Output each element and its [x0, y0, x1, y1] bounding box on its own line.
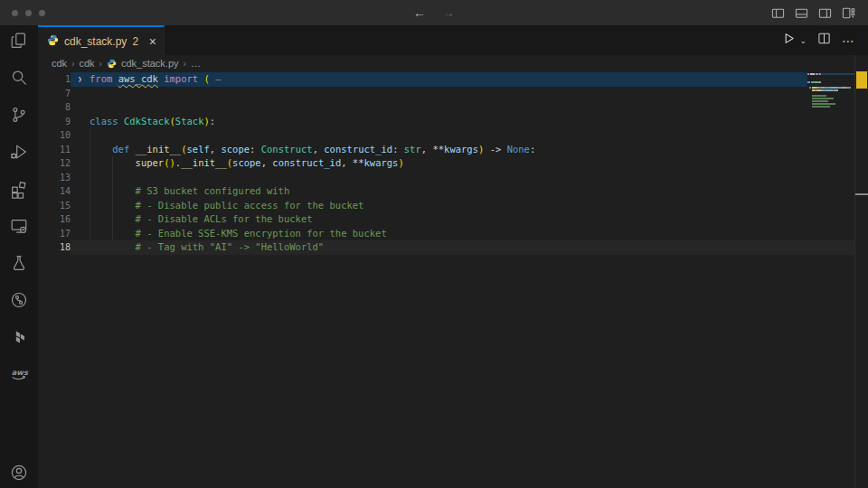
fold-gutter: [71, 240, 90, 255]
fold-chevron-icon[interactable]: ❯: [71, 72, 90, 87]
svg-text:aws: aws: [12, 368, 29, 377]
breadcrumb-separator: ›: [184, 59, 186, 69]
fold-gutter: [71, 128, 90, 143]
breadcrumb-item[interactable]: cdk: [52, 58, 67, 69]
tab-bar: cdk_stack.py 2 × ⌄ ⋯: [38, 25, 868, 55]
code-line-14[interactable]: 14 # S3 bucket configured with: [38, 184, 868, 199]
minimap-line: [807, 95, 855, 97]
code-line-18[interactable]: 18 # - Tag with "AI" -> "HelloWorld": [38, 240, 868, 255]
nav-forward-button[interactable]: →: [442, 0, 455, 25]
line-number: 7: [38, 87, 71, 101]
sidebar-item-terraform[interactable]: [8, 329, 30, 349]
code-line-10[interactable]: 10: [38, 128, 868, 143]
minimap-line: [807, 73, 855, 75]
overview-ruler-marker: [855, 193, 868, 195]
line-number: 18: [38, 240, 71, 255]
code-text: def __init__(self, scope: Construct, con…: [90, 143, 535, 157]
fold-gutter: [71, 199, 90, 213]
code-line-8[interactable]: 8: [38, 100, 868, 115]
minimap-line: [807, 103, 855, 105]
line-number: 8: [38, 100, 71, 115]
run-dropdown-chevron[interactable]: ⌄: [799, 36, 807, 45]
sidebar-item-testing[interactable]: [8, 255, 30, 275]
sidebar-item-run-debug[interactable]: [8, 144, 30, 164]
breadcrumb-item[interactable]: …: [191, 58, 201, 69]
code-line-17[interactable]: 17 # - Enable SSE-KMS encryption for the…: [38, 227, 868, 241]
line-number: 14: [38, 184, 71, 199]
fold-gutter: [71, 227, 90, 241]
layout-sidebar-left-icon[interactable]: [771, 6, 785, 20]
code-text: # - Tag with "AI" -> "HelloWorld": [90, 240, 324, 255]
minimap[interactable]: [807, 73, 855, 108]
code-line-16[interactable]: 16 # - Disable ACLs for the bucket: [38, 212, 868, 227]
code-text: # - Disable public access for the bucket: [90, 199, 363, 213]
code-line-1[interactable]: 1❯from aws_cdk import ( –: [38, 72, 868, 87]
window-control-dot[interactable]: [39, 10, 45, 16]
python-icon: [107, 59, 117, 69]
more-actions-button[interactable]: ⋯: [842, 33, 855, 48]
tab-cdk-stack-py[interactable]: cdk_stack.py 2 ×: [38, 25, 165, 55]
window-control-dot[interactable]: [25, 10, 32, 16]
layout-panel-icon[interactable]: [795, 6, 808, 20]
line-number: 10: [38, 128, 71, 143]
code-text: from aws_cdk import ( –: [90, 72, 221, 87]
code-line-15[interactable]: 15 # - Disable public access for the buc…: [38, 199, 868, 213]
run-debug-icon: [9, 142, 29, 165]
line-number: 9: [38, 115, 71, 129]
code-line-11[interactable]: 11 def __init__(self, scope: Construct, …: [38, 143, 868, 157]
code-line-9[interactable]: 9class CdkStack(Stack):: [38, 115, 868, 129]
overview-ruler-border: [854, 55, 855, 488]
customize-layout-icon[interactable]: [842, 6, 855, 20]
minimap-line: [807, 106, 855, 108]
breadcrumb-separator: ›: [71, 59, 74, 69]
tab-problems-badge: 2: [132, 35, 138, 48]
fold-gutter: [71, 115, 90, 129]
code-editor[interactable]: 1❯from aws_cdk import ( –789class CdkSta…: [38, 71, 868, 488]
line-number: 11: [38, 143, 71, 157]
line-number: 15: [38, 199, 71, 213]
minimap-line: [807, 92, 855, 94]
sidebar-item-search[interactable]: [8, 70, 30, 89]
sidebar-item-extensions[interactable]: [8, 181, 30, 201]
window-controls[interactable]: [12, 10, 45, 16]
minimap-line: [807, 98, 855, 99]
title-bar: ← →: [0, 0, 868, 25]
code-text: class CdkStack(Stack):: [90, 115, 215, 129]
code-line-7[interactable]: 7: [38, 87, 868, 101]
run-button[interactable]: [782, 32, 796, 49]
sidebar-item-remote-explorer[interactable]: [8, 218, 30, 238]
breadcrumb-item[interactable]: cdk: [79, 58, 94, 69]
overview-ruler: [855, 71, 868, 488]
split-editor-button[interactable]: [817, 32, 831, 49]
code-line-13[interactable]: 13: [38, 171, 868, 185]
window-control-dot[interactable]: [12, 10, 18, 16]
editor-group: cdk_stack.py 2 × ⌄ ⋯ cdk›cdk›cdk_stack.p…: [38, 25, 868, 488]
extensions-icon: [9, 179, 29, 202]
beaker-icon: [9, 253, 29, 277]
minimap-line: [807, 87, 855, 89]
fold-gutter: [71, 171, 90, 185]
fold-gutter: [71, 184, 90, 199]
files-icon: [9, 31, 29, 54]
minimap-line: [807, 84, 855, 86]
search-icon: [9, 68, 29, 91]
overview-ruler-marker: [856, 71, 867, 89]
minimap-line: [807, 79, 855, 80]
sidebar-item-accounts[interactable]: [8, 465, 30, 484]
tab-close-button[interactable]: ×: [149, 35, 156, 48]
sidebar-item-source-control[interactable]: [8, 107, 30, 127]
activity-bar: aws: [0, 25, 38, 488]
aws-icon: aws: [8, 364, 30, 388]
sidebar-item-aws-toolkit[interactable]: aws: [8, 366, 30, 386]
code-line-12[interactable]: 12 super().__init__(scope, construct_id,…: [38, 156, 868, 171]
line-number: 16: [38, 212, 71, 227]
sidebar-item-commit-graph[interactable]: [8, 292, 30, 312]
fold-gutter: [71, 100, 90, 115]
minimap-line: [807, 76, 855, 78]
code-text: # - Enable SSE-KMS encryption for the bu…: [90, 227, 387, 241]
nav-back-button[interactable]: ←: [413, 0, 426, 25]
layout-sidebar-right-icon[interactable]: [818, 6, 832, 20]
fold-gutter: [71, 212, 90, 227]
sidebar-item-explorer[interactable]: [8, 33, 30, 52]
breadcrumb-item[interactable]: cdk_stack.py: [121, 58, 179, 69]
